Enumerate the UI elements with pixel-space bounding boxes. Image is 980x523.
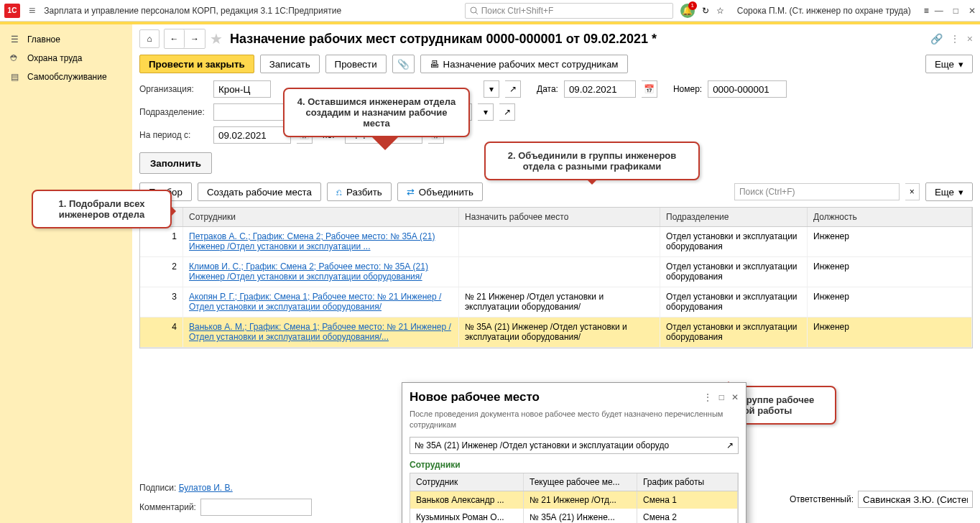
table-search-clear[interactable]: × [905,183,920,200]
popup-th-sched[interactable]: График работы [637,473,738,491]
window-controls: — □ ✕ [935,6,976,16]
post-close-button[interactable]: Провести и закрыть [139,55,254,73]
table-header: Сотрудники Назначить рабочее место Подра… [140,208,972,227]
close-tab-icon[interactable]: × [967,33,973,45]
popup-wp-open[interactable]: ↗ [726,440,734,450]
cell-wp: № 35А (21) Инженер /Отдел установки и эк… [459,318,660,347]
split-button[interactable]: ⎌Разбить [327,182,392,201]
forward-button[interactable]: → [185,29,205,48]
link-icon[interactable]: 🔗 [930,33,943,45]
date-cal-button[interactable]: 📅 [642,80,657,98]
th-emp[interactable]: Сотрудники [183,208,459,226]
popup-th-cur[interactable]: Текущее рабочее ме... [524,473,637,491]
sidebar-item-self[interactable]: ▤Самообслуживание [0,68,132,86]
resp-input[interactable] [858,491,973,508]
table-more-button[interactable]: Еще ▾ [925,182,973,201]
popup-th-emp[interactable]: Сотрудник [410,473,524,491]
popup-more-icon[interactable]: ⋮ [703,392,712,402]
cell-wp [459,227,660,256]
popup-row[interactable]: Ваньков Александр ...№ 21 Инженер /Отд..… [410,491,738,509]
table-search[interactable]: Поиск (Ctrl+F) [734,183,900,200]
favorite-star-icon[interactable]: ★ [210,30,223,47]
minimize-icon[interactable]: — [935,6,943,16]
create-wp-button[interactable]: Создать рабочие места [198,182,321,201]
table-row[interactable]: 3Акопян Р. Г.; График: Смена 1; Рабочее … [140,287,972,318]
app-title: Зарплата и управление персоналом КОРП, р… [44,6,464,16]
form-row-dep: Подразделение: ▾ ↗ [139,103,973,121]
sign-link[interactable]: Булатов И. В. [179,483,233,493]
callout-1: 1. Подобрали всех инженеров отдела [32,190,172,228]
dep-label: Подразделение: [139,107,208,117]
more-button[interactable]: Еще ▾ [925,55,973,73]
doc-header: ⌂ ← → ★ Назначение рабочих мест сотрудни… [139,29,973,49]
cell-n: 2 [140,257,183,287]
emp-link[interactable]: Климов И. С.; График: Смена 2; Рабочее м… [189,262,428,282]
callout-4: 4. Оставшимся инженерам отдела создадим … [283,88,470,137]
history-icon[interactable]: ↻ [702,6,709,16]
back-button[interactable]: ← [165,29,185,48]
merge-button[interactable]: ⇄Объединить [397,182,483,201]
print-label: Назначение рабочих мест сотрудникам [443,59,619,70]
cell-wp: № 21 Инженер /Отдел установки и эксплуат… [459,287,660,317]
post-button[interactable]: Провести [325,55,387,73]
print-button[interactable]: 🖶Назначение рабочих мест сотрудникам [420,55,628,73]
top-bar: 1C ≡ Зарплата и управление персоналом КО… [0,0,980,22]
home-button[interactable]: ⌂ [139,29,160,48]
maximize-icon[interactable]: □ [953,6,958,16]
cell-pos: Инженер [808,227,972,256]
star-icon[interactable]: ☆ [716,6,724,16]
th-dep[interactable]: Подразделение [660,208,808,226]
pcell-sched: Смена 2 [637,509,738,523]
table-row[interactable]: 4Ваньков А. М.; График: Смена 1; Рабочее… [140,318,972,348]
write-button[interactable]: Записать [260,55,320,73]
bell-icon[interactable]: 🔔1 [680,4,695,18]
user-name[interactable]: Сорока П.М. (Ст. инженер по охране труда… [737,6,911,16]
attach-button[interactable]: 📎 [392,55,415,73]
more-icon[interactable]: ⋮ [950,33,960,45]
close-icon[interactable]: ✕ [969,6,976,16]
table-row[interactable]: 1Петраков А. С.; График: Смена 2; Рабоче… [140,227,972,257]
split-label: Разбить [346,187,382,198]
sidebar-item-safety[interactable]: ⛑Охрана труда [0,49,132,68]
org-label: Организация: [139,84,208,94]
popup-max-icon[interactable]: □ [719,392,724,402]
sidebar-label: Самообслуживание [27,72,107,82]
cell-dep: Отдел установки и эксплуатации оборудова… [660,318,808,347]
org-ext-button[interactable]: ↗ [505,80,521,98]
org-open-button[interactable]: ▾ [484,80,499,98]
popup-close-icon[interactable]: ✕ [731,392,739,402]
resp-label: Ответственный: [790,494,854,504]
sidebar-item-main[interactable]: ☰Главное [0,30,132,49]
sidebar: ☰Главное ⛑Охрана труда ▤Самообслуживание [0,24,132,523]
dep-open-button[interactable]: ▾ [478,103,494,121]
emp-link[interactable]: Ваньков А. М.; График: Смена 1; Рабочее … [189,322,451,342]
popup-table: Сотрудник Текущее рабочее ме... График р… [410,473,739,523]
th-wp[interactable]: Назначить рабочее место [459,208,660,226]
fill-button[interactable]: Заполнить [139,152,212,174]
pcell-emp: Кузьминых Роман О... [410,509,524,523]
period-from-input[interactable] [213,126,291,144]
emp-link[interactable]: Акопян Р. Г.; График: Смена 1; Рабочее м… [189,292,441,312]
printer-icon: 🖶 [430,59,439,70]
cell-pos: Инженер [808,257,972,287]
date-input[interactable] [564,80,636,98]
period-label: На период с: [139,130,208,140]
search-top[interactable]: Поиск Ctrl+Shift+F [465,3,673,19]
table-more-label: Еще [935,187,954,198]
dep-ext-button[interactable]: ↗ [499,103,515,121]
content: ⌂ ← → ★ Назначение рабочих мест сотрудни… [132,24,980,523]
comment-input[interactable] [200,499,312,516]
emp-link[interactable]: Петраков А. С.; График: Смена 2; Рабочее… [189,231,435,251]
org-input[interactable] [213,80,271,98]
settings-icon[interactable]: ≡ [924,6,929,16]
num-input[interactable] [708,80,787,98]
th-pos[interactable]: Должность [808,208,972,226]
popup-subtitle: После проведения документа новое рабочее… [410,409,739,431]
popup-row[interactable]: Кузьминых Роман О...№ 35А (21) Инжене...… [410,509,738,523]
hamburger-icon[interactable]: ≡ [29,4,35,17]
table-row[interactable]: 2Климов И. С.; График: Смена 2; Рабочее … [140,257,972,287]
cell-wp [459,257,660,287]
table-search-ph: Поиск (Ctrl+F) [739,187,795,197]
popup-wp-input[interactable]: № 35А (21) Инженер /Отдел установки и эк… [410,437,739,454]
sign-label: Подписи: [139,483,176,493]
